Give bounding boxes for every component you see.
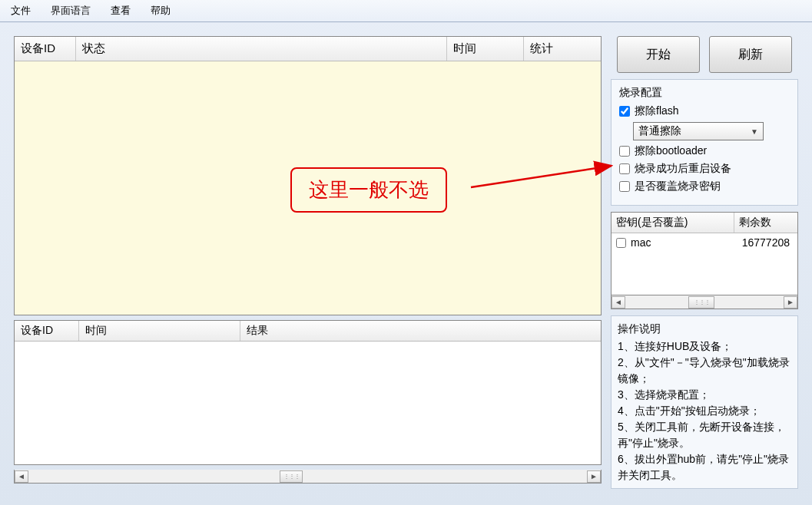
erase-mode-select[interactable]: 普通擦除 ▼ xyxy=(633,122,764,140)
erase-bootloader-label: 擦除bootloader xyxy=(635,144,707,158)
reboot-after-input[interactable] xyxy=(619,163,630,174)
menu-lang[interactable]: 界面语言 xyxy=(46,2,95,19)
erase-flash-checkbox[interactable]: 擦除flash xyxy=(619,104,790,118)
col-device-id[interactable]: 设备ID xyxy=(15,37,76,61)
erase-flash-input[interactable] xyxy=(619,106,630,117)
instruction-line: 3、选择烧录配置； xyxy=(618,387,791,403)
key-row-checkbox[interactable] xyxy=(616,238,626,248)
annotation-callout: 这里一般不选 xyxy=(290,167,447,213)
scroll-thumb[interactable]: ⋮⋮⋮ xyxy=(280,470,303,483)
overwrite-key-checkbox[interactable]: 是否覆盖烧录密钥 xyxy=(619,180,790,193)
key-table: 密钥(是否覆盖) 剩余数 mac 16777208 xyxy=(611,212,798,295)
erase-bootloader-checkbox[interactable]: 擦除bootloader xyxy=(619,144,790,158)
start-button[interactable]: 开始 xyxy=(617,36,700,73)
scroll-right-icon[interactable]: ► xyxy=(784,296,797,309)
instructions-title: 操作说明 xyxy=(618,321,791,337)
erase-mode-value: 普通擦除 xyxy=(638,124,681,138)
erase-flash-label: 擦除flash xyxy=(635,104,679,118)
log-col-time[interactable]: 时间 xyxy=(79,321,240,341)
log-table: 设备ID 时间 结果 xyxy=(14,320,602,465)
overwrite-key-label: 是否覆盖烧录密钥 xyxy=(635,180,721,193)
instruction-line: 5、关闭工具前，先断开设备连接，再"停止"烧录。 xyxy=(618,419,791,451)
overwrite-key-input[interactable] xyxy=(619,181,630,192)
instruction-line: 2、从"文件"－"导入烧录包"加载烧录镜像； xyxy=(618,355,791,387)
key-row-name: mac xyxy=(631,236,651,249)
log-body xyxy=(15,342,601,464)
scroll-left-icon[interactable]: ◄ xyxy=(15,470,28,483)
key-row-remain: 16777208 xyxy=(730,236,793,249)
menu-help[interactable]: 帮助 xyxy=(146,2,175,19)
instruction-line: 6、拔出外置hub前，请先"停止"烧录并关闭工具。 xyxy=(618,451,791,484)
key-row[interactable]: mac 16777208 xyxy=(611,233,797,252)
col-status[interactable]: 状态 xyxy=(76,37,447,61)
erase-bootloader-input[interactable] xyxy=(619,146,630,157)
instruction-line: 1、连接好HUB及设备； xyxy=(618,338,791,355)
burn-config-title: 烧录配置 xyxy=(619,86,790,100)
key-col-name[interactable]: 密钥(是否覆盖) xyxy=(611,213,734,233)
col-stats[interactable]: 统计 xyxy=(524,37,601,61)
log-col-device-id[interactable]: 设备ID xyxy=(15,321,79,341)
log-col-result[interactable]: 结果 xyxy=(240,321,601,341)
menubar: 文件 界面语言 查看 帮助 xyxy=(0,0,812,22)
reboot-after-checkbox[interactable]: 烧录成功后重启设备 xyxy=(619,162,790,176)
col-time[interactable]: 时间 xyxy=(447,37,524,61)
key-h-scrollbar[interactable]: ◄ ⋮⋮⋮ ► xyxy=(611,295,798,309)
menu-view[interactable]: 查看 xyxy=(106,2,135,19)
key-col-remain[interactable]: 剩余数 xyxy=(734,213,797,233)
log-h-scrollbar[interactable]: ◄ ⋮⋮⋮ ► xyxy=(14,470,602,484)
scroll-left-icon[interactable]: ◄ xyxy=(611,296,625,309)
menu-file[interactable]: 文件 xyxy=(6,2,35,19)
scroll-thumb[interactable]: ⋮⋮⋮ xyxy=(688,296,714,309)
burn-config-group: 烧录配置 擦除flash 普通擦除 ▼ 擦除bootloader 烧录成功后重启… xyxy=(611,79,798,206)
refresh-button[interactable]: 刷新 xyxy=(709,36,792,73)
instruction-line: 4、点击"开始"按钮启动烧录； xyxy=(618,403,791,419)
reboot-after-label: 烧录成功后重启设备 xyxy=(635,162,731,176)
chevron-down-icon: ▼ xyxy=(751,127,758,136)
instructions-panel: 操作说明 1、连接好HUB及设备； 2、从"文件"－"导入烧录包"加载烧录镜像；… xyxy=(611,315,798,489)
scroll-right-icon[interactable]: ► xyxy=(587,470,601,483)
